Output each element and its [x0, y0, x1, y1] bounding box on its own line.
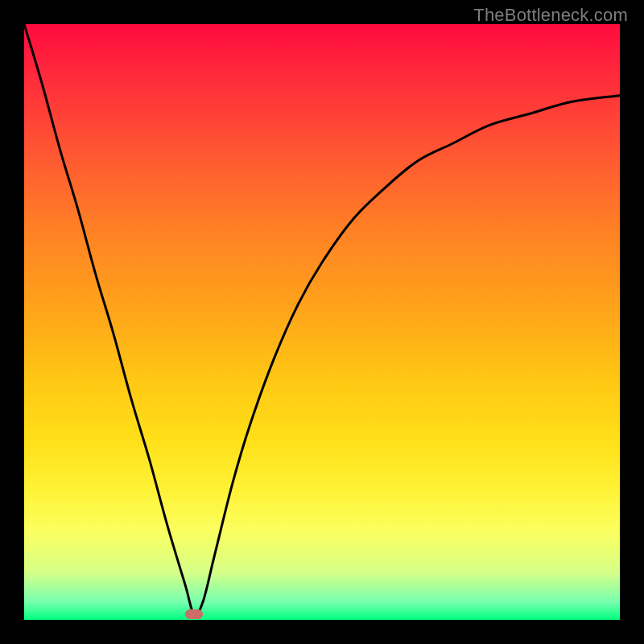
plot-area: [24, 24, 620, 620]
chart-container: TheBottleneck.com: [0, 0, 644, 644]
watermark-text: TheBottleneck.com: [473, 5, 628, 26]
bottleneck-curve: [24, 24, 620, 620]
optimum-marker: [185, 609, 203, 619]
curve-path: [24, 24, 620, 615]
